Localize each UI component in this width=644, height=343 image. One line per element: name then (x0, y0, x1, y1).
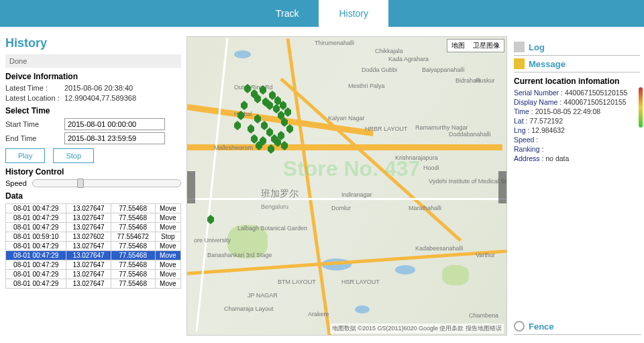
latest-location-label: Latest Location : (5, 94, 64, 102)
message-icon (514, 58, 525, 69)
place-label: Domlur (331, 205, 351, 211)
map-canvas[interactable]: Store No. 437 班加罗尔Bengaluru Thirumenahal… (187, 37, 506, 335)
maptype-satellite[interactable]: 卫星图像 (469, 40, 504, 52)
map-container[interactable]: Store No. 437 班加罗尔Bengaluru Thirumenahal… (186, 36, 507, 336)
place-label: Mesthri Palya (348, 83, 385, 89)
display-name-label: Display Name : (514, 98, 561, 106)
serial-label: Serial Number : (514, 89, 563, 97)
city-label: 班加罗尔Bengaluru (261, 188, 299, 211)
place-label: Hoodi (423, 164, 439, 171)
start-time-input[interactable] (64, 118, 165, 130)
end-time-label: End Time (5, 134, 64, 142)
tab-track[interactable]: Track (256, 0, 319, 27)
ranking-label: Ranking : (514, 145, 543, 153)
place-label: Thirumenahalli (315, 40, 354, 46)
address-label: Address : (514, 154, 543, 162)
place-label: Banashankari 3rd Stage (207, 252, 272, 258)
place-label: Baiyappanahalli (422, 66, 465, 73)
map-marker[interactable] (248, 124, 254, 134)
road (286, 38, 333, 336)
status-bar: Done (5, 54, 181, 68)
place-label: HRBR LAYOUT (365, 126, 407, 132)
page-title: History (5, 36, 181, 50)
place-label: Indiranagar (341, 191, 372, 198)
place-label: Chambena (469, 312, 498, 319)
map-marker[interactable] (261, 121, 268, 130)
data-table: 08-01 00:47:2913.02764777.55468Move08-01… (5, 203, 181, 289)
serial-value: 4400671505120155 (565, 89, 627, 97)
place-label: Krishnarajapura (395, 154, 438, 161)
history-control-header: History Control (5, 167, 181, 177)
slider-thumb[interactable] (77, 179, 84, 188)
place-label: Chikkajala (375, 48, 403, 54)
map-type-switch: 地图 卫星图像 (447, 39, 504, 52)
table-row[interactable]: 08-01 00:59:1013.02760277.554672Stop (6, 232, 181, 242)
place-label: Kalyan Nagar (328, 115, 365, 121)
time-value: 2015-08-05 22:49:08 (535, 107, 601, 115)
data-header: Data (5, 191, 181, 201)
map-marker[interactable] (241, 101, 248, 110)
table-row[interactable]: 08-01 00:47:2913.02764777.55468Move (6, 279, 181, 289)
place-label: Dodda Gubbi (362, 66, 397, 73)
park-area (442, 265, 469, 285)
signal-bar (639, 87, 643, 128)
select-time-header: Select Time (5, 106, 181, 115)
road-white (196, 38, 229, 332)
map-marker[interactable] (234, 121, 241, 130)
info-header: Current location infomation (514, 77, 640, 86)
water-area (234, 50, 251, 58)
table-row[interactable]: 08-01 00:47:2913.02764777.55468Move (6, 213, 181, 223)
map-marker[interactable] (273, 104, 280, 113)
time-label: Time : (514, 107, 533, 115)
device-info-header: Deivce Information (5, 72, 181, 81)
map-marker[interactable] (251, 134, 258, 144)
lat-value: 77.572192 (529, 117, 563, 125)
location-info: Current location infomation Serial Numbe… (514, 77, 640, 162)
speed-slider[interactable] (32, 179, 181, 187)
map-attribution: 地图数据 ©2015 GS(2011)6020 Google 使用条款 报告地图… (330, 324, 504, 334)
speed-label: Speed : (514, 136, 538, 144)
table-row[interactable]: 08-01 00:47:2913.02764777.55468Move (6, 260, 181, 270)
log-icon (514, 42, 525, 52)
fence-icon (514, 321, 525, 332)
place-label: HSR LAYOUT (341, 279, 380, 285)
address-value: no data (545, 154, 569, 162)
place-label: Malleshwaram (214, 144, 253, 151)
maptype-map[interactable]: 地图 (447, 40, 469, 52)
fence-section[interactable]: Fence (514, 318, 641, 335)
play-button[interactable]: Play (5, 148, 45, 163)
place-label: Arakere (308, 311, 329, 317)
start-time-label: Start Time (5, 120, 64, 128)
lng-value: 12.984632 (531, 126, 565, 134)
table-row[interactable]: 08-01 00:47:2913.02764777.55468Move (6, 223, 181, 232)
place-label: ore University (194, 237, 231, 244)
map-marker[interactable] (286, 124, 293, 134)
map-handle-left[interactable] (187, 171, 195, 203)
table-row[interactable]: 08-01 00:47:2913.02764777.55468Move (6, 251, 181, 260)
place-label: Kada Agrahara (388, 56, 429, 62)
tab-history[interactable]: History (319, 0, 388, 27)
place-label: Chamaraja Layout (224, 305, 274, 312)
log-section[interactable]: Log (514, 39, 640, 56)
map-marker[interactable] (266, 128, 273, 137)
lng-label: Lng : (514, 126, 529, 134)
place-label: Lalbagh Botanical Garden (237, 225, 307, 232)
stop-button[interactable]: Stop (53, 148, 94, 163)
place-label: Vydehi Institute of Medical Sciences & (429, 178, 507, 185)
table-row[interactable]: 08-01 00:47:2913.02764777.55468Move (6, 242, 181, 251)
map-handle-right[interactable] (498, 171, 506, 203)
place-label: Ramamurthy Nagar (415, 124, 468, 131)
latest-time-label: Latest Time : (5, 84, 64, 92)
place-label: BTM LAYOUT (278, 279, 316, 285)
place-label: Kadabeesanahalli (415, 245, 464, 252)
table-row[interactable]: 08-01 00:47:2913.02764777.55468Move (6, 204, 181, 213)
latest-location-value: 12.990404,77.589368 (64, 94, 136, 102)
display-name-value: 4400671505120155 (564, 98, 626, 106)
place-label: JP NAGAR (248, 292, 278, 299)
water-area (395, 265, 415, 275)
message-section[interactable]: Message (514, 56, 640, 72)
table-row[interactable]: 08-01 00:47:2913.02764777.55468Move (6, 270, 181, 279)
place-label: Marathahalli (409, 205, 441, 211)
end-time-input[interactable] (64, 132, 165, 144)
map-marker[interactable] (284, 107, 291, 117)
